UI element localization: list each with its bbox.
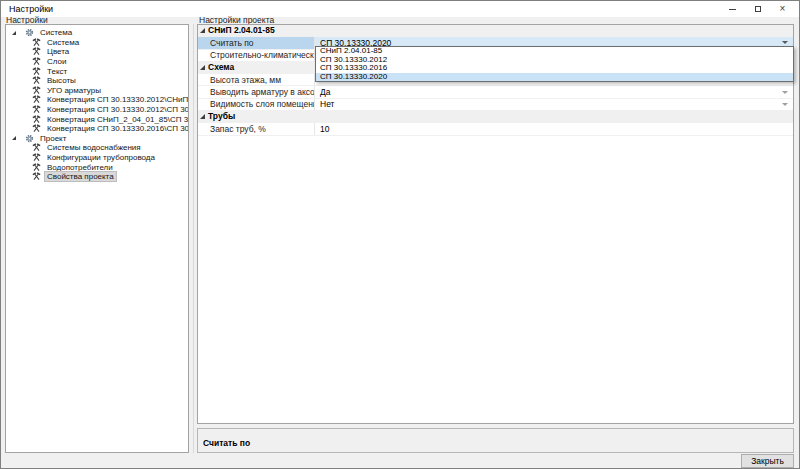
titlebar: Настройки × bbox=[1, 1, 799, 17]
tools-icon bbox=[32, 115, 41, 124]
tools-icon bbox=[32, 38, 41, 47]
tree-item-conversion-4[interactable]: Конвертация СП 30.13330.2016\СП 30.13330… bbox=[6, 124, 188, 134]
tree-item-water-systems[interactable]: Системы водоснабжения bbox=[6, 143, 188, 153]
minimize-button[interactable] bbox=[720, 1, 745, 17]
property-value: Нет bbox=[320, 99, 334, 109]
expander-icon[interactable] bbox=[12, 31, 16, 35]
close-button[interactable]: Закрыть bbox=[741, 454, 794, 468]
close-window-button[interactable]: × bbox=[770, 1, 795, 17]
chevron-down-icon[interactable] bbox=[782, 41, 788, 44]
maximize-button[interactable] bbox=[745, 1, 770, 17]
tools-icon bbox=[32, 76, 41, 85]
property-value: 10 bbox=[320, 124, 329, 134]
tree-item-water-consumers[interactable]: Водопотребители bbox=[6, 162, 188, 172]
collapse-icon[interactable] bbox=[200, 114, 205, 119]
maximize-icon bbox=[755, 6, 761, 12]
tree-item-heights[interactable]: Высоты bbox=[6, 76, 188, 86]
minimize-icon bbox=[729, 9, 736, 10]
tools-icon bbox=[32, 153, 41, 162]
grid-category-snip[interactable]: СНиП 2.04.01-85 bbox=[198, 25, 793, 37]
tools-icon bbox=[32, 67, 41, 76]
property-description-pane: Считать по bbox=[197, 428, 794, 453]
tools-icon bbox=[32, 95, 41, 104]
collapse-icon[interactable] bbox=[200, 65, 205, 70]
grid-category-pipes[interactable]: Трубы bbox=[198, 111, 793, 123]
property-name: Считать по bbox=[210, 38, 254, 48]
tools-icon bbox=[32, 143, 41, 152]
tree-item-conversion-2[interactable]: Конвертация СП 30.13330.2012\СП 30.13330… bbox=[6, 105, 188, 115]
property-name: Строительно-климатический район bbox=[210, 50, 315, 60]
tools-icon bbox=[32, 47, 41, 56]
tools-icon bbox=[32, 105, 41, 114]
tree-item-system[interactable]: Система bbox=[6, 38, 188, 48]
close-icon: × bbox=[780, 4, 786, 14]
gear-icon bbox=[25, 28, 34, 37]
grid-row-layer-visibility[interactable]: Видимость слоя помещений в 3D моде.. Нет bbox=[198, 99, 793, 111]
tree-item-ugo[interactable]: УГО арматуры bbox=[6, 86, 188, 96]
tools-icon bbox=[32, 124, 41, 133]
dropdown-option[interactable]: СП 30.13330.2012 bbox=[316, 56, 793, 65]
tree-item-conversion-3[interactable]: Конвертация СНиП_2_04_01_85\СП 30.13330.… bbox=[6, 114, 188, 124]
tree-node-system-root[interactable]: Система bbox=[6, 28, 188, 38]
dropdown-option[interactable]: СП 30.13330.2016 bbox=[316, 64, 793, 73]
tree-item-text[interactable]: Текст bbox=[6, 66, 188, 76]
tree-item-conversion-1[interactable]: Конвертация СП 30.13330.2012\СНиП_2_04_0… bbox=[6, 95, 188, 105]
calc-by-dropdown-list: СНиП 2.04.01-85 СП 30.13330.2012 СП 30.1… bbox=[315, 46, 794, 82]
tree-node-project-root[interactable]: Проект bbox=[6, 134, 188, 144]
dropdown-option[interactable]: СНиП 2.04.01-85 bbox=[316, 47, 793, 56]
property-name: Видимость слоя помещений в 3D моде.. bbox=[210, 99, 315, 109]
tree-item-layers[interactable]: Слои bbox=[6, 57, 188, 67]
settings-tree: Система Система Цвета Слои Текст Высоты … bbox=[5, 24, 189, 453]
tree-item-pipe-configs[interactable]: Конфигурации трубопровода bbox=[6, 153, 188, 163]
grid-row-show-fittings[interactable]: Выводить арматуру в аксонометрии Да bbox=[198, 86, 793, 98]
window-controls: × bbox=[720, 1, 795, 17]
property-value: Да bbox=[320, 87, 330, 97]
property-grid: СНиП 2.04.01-85 Считать по СП 30.13330.2… bbox=[197, 24, 794, 424]
property-name: Высота этажа, мм bbox=[210, 75, 281, 85]
tree-item-project-properties[interactable]: Свойства проекта bbox=[6, 172, 188, 182]
chevron-down-icon[interactable] bbox=[782, 103, 788, 106]
window-title: Настройки bbox=[9, 4, 53, 14]
collapse-icon[interactable] bbox=[200, 28, 205, 33]
chevron-down-icon[interactable] bbox=[782, 91, 788, 94]
expander-icon[interactable] bbox=[12, 136, 16, 140]
description-title: Считать по bbox=[203, 438, 250, 448]
tools-icon bbox=[32, 86, 41, 95]
property-name: Выводить арматуру в аксонометрии bbox=[210, 87, 315, 97]
gear-icon bbox=[25, 134, 34, 143]
tools-icon bbox=[32, 163, 41, 172]
tools-icon bbox=[32, 172, 41, 181]
dropdown-option-selected[interactable]: СП 30.13330.2020 bbox=[316, 73, 793, 82]
settings-window: Настройки × Настройки Настройки проекта … bbox=[0, 0, 800, 469]
panel-splitter[interactable] bbox=[193, 24, 194, 453]
property-name: Запас труб, % bbox=[210, 124, 266, 134]
tree-item-colors[interactable]: Цвета bbox=[6, 47, 188, 57]
tools-icon bbox=[32, 57, 41, 66]
grid-row-pipe-reserve[interactable]: Запас труб, % 10 bbox=[198, 123, 793, 135]
